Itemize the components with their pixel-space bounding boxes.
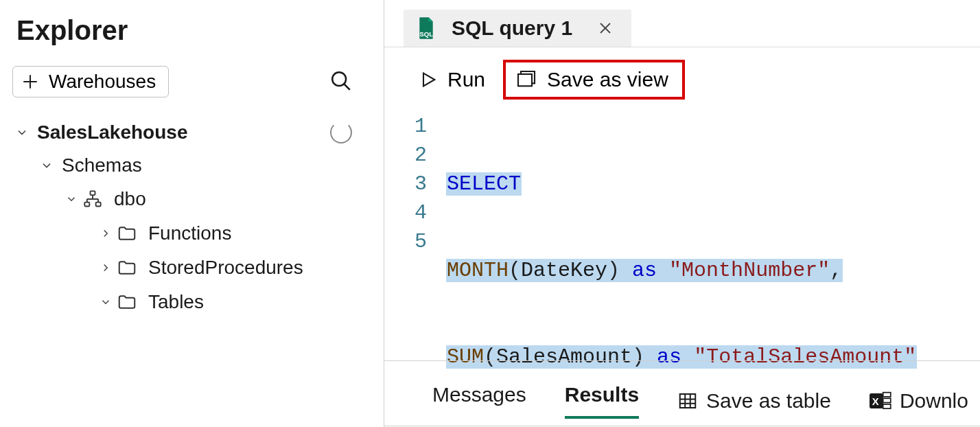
sql-editor[interactable]: 1 2 3 4 5 SELECT MONTH(DateKey) as "Mont… — [384, 111, 980, 344]
folder-icon — [115, 290, 139, 314]
add-warehouses-button[interactable]: Warehouses — [12, 66, 169, 97]
editor-panel: SQL SQL query 1 Run — [384, 0, 980, 427]
tree-label: StoredProcedures — [143, 257, 303, 279]
plus-icon — [21, 73, 39, 91]
editor-code[interactable]: SELECT MONTH(DateKey) as "MonthNumber", … — [446, 112, 917, 344]
line-number: 2 — [384, 141, 427, 170]
folder-icon — [115, 256, 139, 279]
loading-spinner-icon — [330, 122, 352, 143]
tab-title: SQL query 1 — [452, 16, 572, 40]
tab-results[interactable]: Results — [565, 383, 639, 419]
save-as-view-label: Save as view — [547, 68, 668, 91]
chevron-down-icon — [12, 123, 32, 142]
line-number: 3 — [384, 170, 427, 198]
folder-icon — [115, 222, 139, 245]
chevron-right-icon — [96, 224, 115, 243]
tab-messages[interactable]: Messages — [432, 383, 526, 419]
search-button[interactable] — [325, 65, 358, 98]
tree-item-functions[interactable]: Functions — [12, 216, 371, 251]
download-button[interactable]: X Downlo — [870, 389, 968, 413]
svg-point-2 — [332, 72, 346, 86]
schema-icon — [81, 187, 104, 211]
sql-file-icon: SQL — [416, 16, 438, 40]
excel-icon: X — [870, 391, 891, 411]
save-as-view-button[interactable]: Save as view — [503, 60, 685, 100]
tree-item-dbo[interactable]: dbo — [12, 182, 371, 216]
save-as-table-button[interactable]: Save as table — [677, 389, 831, 413]
search-icon — [329, 69, 353, 95]
tree-label: dbo — [108, 188, 146, 210]
tree-item-tables[interactable]: Tables — [12, 285, 371, 319]
svg-text:SQL: SQL — [419, 30, 433, 38]
chevron-down-icon — [96, 292, 115, 312]
download-label: Downlo — [900, 389, 968, 413]
chevron-down-icon — [62, 189, 81, 209]
tree-label: SalesLakehouse — [32, 122, 187, 143]
save-view-icon — [515, 69, 537, 91]
save-as-table-label: Save as table — [706, 389, 831, 413]
svg-rect-4 — [91, 191, 95, 195]
svg-rect-23 — [883, 392, 891, 396]
chevron-right-icon — [96, 258, 115, 277]
warehouses-label: Warehouses — [49, 71, 156, 93]
table-icon — [677, 391, 698, 411]
svg-rect-6 — [96, 203, 101, 207]
explorer-title: Explorer — [16, 15, 371, 46]
tree-label: Tables — [143, 291, 204, 313]
tree-item-lakehouse[interactable]: SalesLakehouse — [12, 116, 371, 149]
svg-rect-25 — [883, 404, 891, 408]
chevron-down-icon — [37, 156, 56, 175]
play-icon — [419, 70, 438, 89]
svg-rect-16 — [680, 394, 696, 408]
results-bar: Messages Results Save as table — [384, 360, 980, 419]
line-number: 5 — [384, 227, 427, 256]
run-label: Run — [447, 68, 485, 91]
tree-item-schemas[interactable]: Schemas — [12, 149, 371, 182]
svg-rect-15 — [518, 74, 532, 86]
svg-text:X: X — [872, 396, 879, 407]
explorer-panel: Explorer Warehouses — [0, 0, 384, 427]
tree-label: Schemas — [56, 154, 142, 176]
tree-label: Functions — [143, 222, 231, 244]
tree-item-storedprocs[interactable]: StoredProcedures — [12, 251, 371, 285]
editor-gutter: 1 2 3 4 5 — [384, 112, 446, 344]
close-icon[interactable] — [597, 20, 616, 36]
tab-bar: SQL SQL query 1 — [384, 0, 980, 47]
editor-toolbar: Run Save as view — [384, 47, 980, 111]
svg-line-3 — [344, 84, 350, 90]
line-number: 4 — [384, 198, 427, 227]
line-number: 1 — [384, 112, 427, 141]
svg-rect-24 — [883, 398, 891, 402]
svg-rect-5 — [84, 203, 89, 207]
tab-sql-query[interactable]: SQL SQL query 1 — [404, 10, 631, 47]
explorer-tree: SalesLakehouse Schemas — [12, 116, 371, 319]
svg-marker-14 — [423, 73, 434, 86]
run-button[interactable]: Run — [409, 64, 495, 95]
